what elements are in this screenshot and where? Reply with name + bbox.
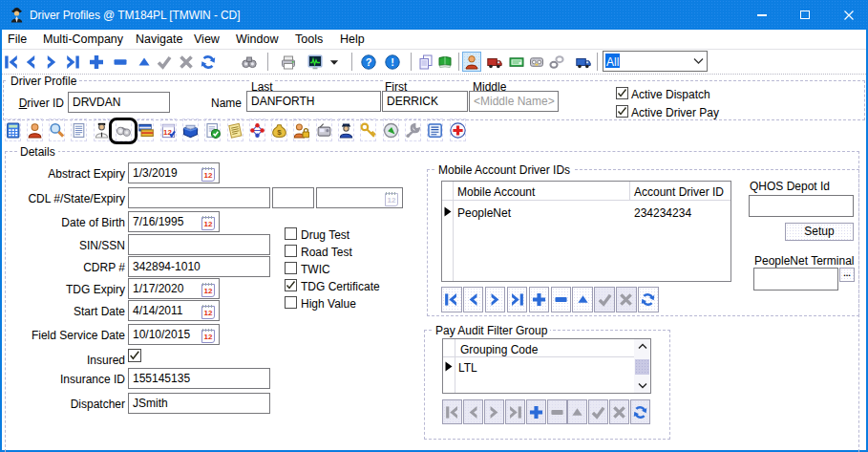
svg-text:$: $	[277, 128, 282, 137]
svg-text:?: ?	[366, 56, 372, 68]
svg-text:!: !	[391, 56, 394, 68]
